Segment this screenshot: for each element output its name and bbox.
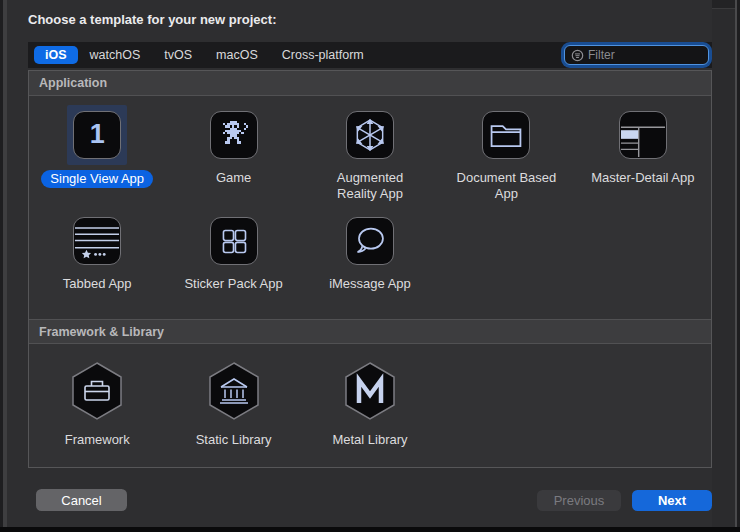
template-item-static-library[interactable]: Static Library xyxy=(165,344,301,448)
document-based-app-icon xyxy=(482,111,530,159)
filter-input[interactable] xyxy=(588,48,702,62)
tab-tvos[interactable]: tvOS xyxy=(152,46,204,64)
template-panel: Application 1 Single View App xyxy=(28,70,712,468)
game-icon xyxy=(210,111,258,159)
tab-watchos[interactable]: watchOS xyxy=(78,46,153,64)
template-item-document-based-app[interactable]: Document Based App xyxy=(438,96,574,202)
section-header-framework-library: Framework & Library xyxy=(29,319,711,344)
tab-cross-platform[interactable]: Cross-platform xyxy=(270,46,376,64)
template-item-label: Framework xyxy=(65,432,130,448)
tab-ios[interactable]: iOS xyxy=(34,46,78,64)
template-item-label: Sticker Pack App xyxy=(184,276,282,292)
template-item-label: Static Library xyxy=(196,432,272,448)
sticker-pack-app-icon xyxy=(210,217,258,265)
master-detail-app-icon xyxy=(619,111,667,159)
new-project-template-dialog: Choose a template for your new project: … xyxy=(0,0,740,532)
template-item-label: Document Based App xyxy=(453,170,559,202)
template-item-label: Metal Library xyxy=(332,432,407,448)
dialog-title: Choose a template for your new project: xyxy=(28,12,277,27)
selection-plate: 1 xyxy=(67,105,127,165)
window-edge-left-light xyxy=(3,0,7,532)
template-item-augmented-reality-app[interactable]: Augmented Reality App xyxy=(302,96,438,202)
static-library-icon xyxy=(206,361,262,421)
window-edge-bottom xyxy=(0,527,740,532)
tabbed-app-icon xyxy=(73,217,121,265)
single-view-app-icon: 1 xyxy=(73,111,121,159)
template-item-label: Master-Detail App xyxy=(591,170,694,186)
template-item-single-view-app[interactable]: 1 Single View App xyxy=(29,96,165,202)
template-item-master-detail-app[interactable]: Master-Detail App xyxy=(575,96,711,202)
cancel-button[interactable]: Cancel xyxy=(36,489,127,511)
augmented-reality-app-icon xyxy=(346,111,394,159)
framework-library-grid: Framework xyxy=(29,344,711,448)
template-item-sticker-pack-app[interactable]: Sticker Pack App xyxy=(165,202,301,292)
template-item-label: Game xyxy=(216,170,251,186)
application-template-grid: 1 Single View App Game xyxy=(29,96,711,319)
template-item-label: Tabbed App xyxy=(63,276,132,292)
template-item-framework[interactable]: Framework xyxy=(29,344,165,448)
framework-icon xyxy=(69,361,125,421)
previous-button[interactable]: Previous xyxy=(537,490,621,511)
template-item-tabbed-app[interactable]: Tabbed App xyxy=(29,202,165,292)
filter-icon xyxy=(571,49,584,62)
next-button[interactable]: Next xyxy=(632,490,712,511)
platform-tabbar: iOS watchOS tvOS macOS Cross-platform xyxy=(28,42,712,68)
template-item-metal-library[interactable]: Metal Library xyxy=(302,344,438,448)
tab-macos[interactable]: macOS xyxy=(204,46,270,64)
window-edge-right-column xyxy=(712,0,735,532)
filter-field[interactable] xyxy=(564,45,709,65)
template-item-game[interactable]: Game xyxy=(165,96,301,202)
template-item-imessage-app[interactable]: iMessage App xyxy=(302,202,438,292)
single-view-app-glyph: 1 xyxy=(90,121,105,148)
section-header-application: Application xyxy=(29,71,711,96)
metal-library-icon xyxy=(342,361,398,421)
template-item-label: Single View App xyxy=(41,170,153,188)
template-item-label: Augmented Reality App xyxy=(317,170,423,202)
imessage-app-icon xyxy=(346,217,394,265)
template-item-label: iMessage App xyxy=(329,276,411,292)
window-edge-top-right-corner xyxy=(712,0,735,9)
